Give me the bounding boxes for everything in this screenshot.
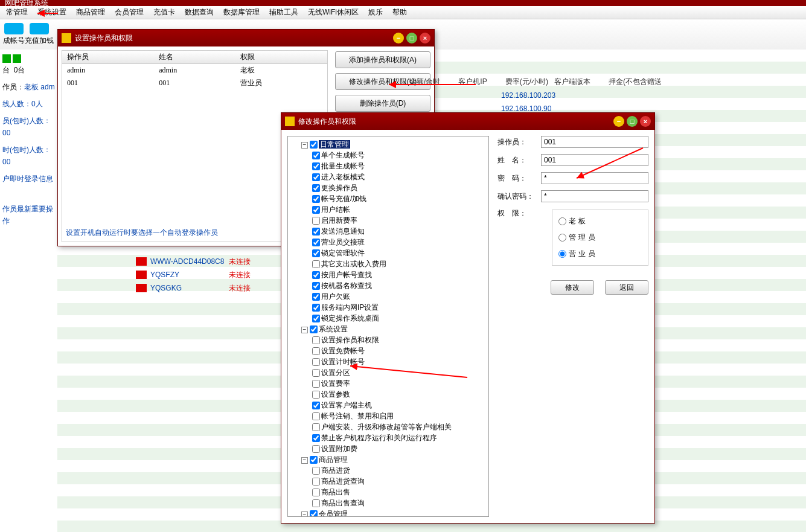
password-input[interactable] <box>541 172 648 184</box>
perm-label: 帐号注销、禁用和启用 <box>321 412 394 420</box>
perm-checkbox[interactable] <box>312 304 320 312</box>
toolbar-btn-0[interactable]: 成帐号 <box>2 23 25 46</box>
perm-label: 设置操作员和权限 <box>321 336 379 344</box>
perm-label: 设置免费帐号 <box>321 347 365 355</box>
perm-checkbox[interactable] <box>312 271 320 279</box>
perm-checkbox[interactable] <box>312 380 320 388</box>
perm-checkbox[interactable] <box>312 336 320 344</box>
minimize-icon[interactable]: − <box>393 33 404 43</box>
menu-item-wifi[interactable]: 无线WiFi休闲区 <box>303 6 363 19</box>
back-button[interactable]: 返回 <box>605 280 648 295</box>
table-row[interactable]: 001001营业员 <box>62 77 327 89</box>
name-input[interactable] <box>541 154 648 166</box>
perm-checkbox[interactable] <box>312 402 320 409</box>
login-info: 户即时登录信息 <box>2 173 55 185</box>
perm-checkbox[interactable] <box>312 184 320 192</box>
menu-item-card[interactable]: 充值卡 <box>149 6 180 19</box>
perm-checkbox[interactable] <box>312 239 320 246</box>
perm-checkbox[interactable] <box>312 358 320 366</box>
menu-item-query[interactable]: 数据查询 <box>180 6 219 19</box>
perm-label: 商品进货 <box>321 466 350 475</box>
collapse-icon[interactable]: − <box>301 457 308 464</box>
table-row[interactable]: adminadmin老板 <box>62 64 327 77</box>
perm-label: 设置计时帐号 <box>321 357 365 366</box>
perm-group-checkbox[interactable] <box>310 325 318 333</box>
password-confirm-input[interactable] <box>541 190 648 202</box>
dialog-title[interactable]: 设置操作员和权限 − □ × <box>58 30 434 46</box>
perm-group-label: 系统设置 <box>319 325 348 333</box>
perm-checkbox[interactable] <box>312 195 320 203</box>
name-label: 姓 名： <box>497 155 541 165</box>
perm-checkbox[interactable] <box>312 369 320 377</box>
op-log: 作员最新重要操作 <box>2 203 55 227</box>
perm-checkbox[interactable] <box>312 228 320 236</box>
minimize-icon[interactable]: − <box>613 116 624 127</box>
op-label: 作员： <box>2 83 24 91</box>
menu-item-goods[interactable]: 商品管理 <box>71 6 110 19</box>
toolbar-btn-1[interactable]: 充值加钱 <box>28 23 51 46</box>
menu-item-tools[interactable]: 辅助工具 <box>264 6 303 19</box>
collapse-icon[interactable]: − <box>301 142 308 149</box>
role-boss-radio[interactable]: 老板 <box>558 216 602 226</box>
col-rate: 费率(元/小时) <box>505 77 554 89</box>
collapse-icon[interactable]: − <box>301 511 308 518</box>
perm-label: 进入老板模式 <box>321 173 365 181</box>
add-operator-button[interactable]: 添加操作员和权限(A) <box>335 51 430 68</box>
perm-checkbox[interactable] <box>312 423 320 431</box>
menu-item-system[interactable]: 系统设置 <box>33 6 71 19</box>
perm-label: 帐号充值/加钱 <box>321 194 366 203</box>
dialog-title[interactable]: 修改操作员和权限 − □ × <box>281 113 654 130</box>
perm-checkbox[interactable] <box>312 412 320 420</box>
perm-group-checkbox[interactable] <box>310 456 318 464</box>
ip-column: 192.168.100.203 192.168.100.90 <box>501 89 555 115</box>
role-admin-radio[interactable]: 管理员 <box>558 232 602 243</box>
perm-checkbox[interactable] <box>312 282 320 290</box>
menu-item-ent[interactable]: 娱乐 <box>363 6 388 19</box>
perm-group-label: 日常管理 <box>319 140 350 149</box>
delete-operator-button[interactable]: 删除操作员(D) <box>335 95 430 112</box>
pwd2-label: 确认密码： <box>497 191 541 202</box>
perm-checkbox[interactable] <box>312 347 320 355</box>
perm-label: 商品出售查询 <box>321 499 365 507</box>
perm-checkbox[interactable] <box>312 499 320 507</box>
host-name: YQSGKG <box>150 284 229 292</box>
perm-label: 锁定操作系统桌面 <box>321 314 379 322</box>
perm-checkbox[interactable] <box>312 293 320 301</box>
perm-label: 批量生成帐号 <box>321 162 365 170</box>
perm-checkbox[interactable] <box>312 489 320 496</box>
operator-link[interactable]: 老板 <box>24 83 39 91</box>
perm-checkbox[interactable] <box>312 152 320 159</box>
menubar: 常管理 系统设置 商品管理 会员管理 充值卡 数据查询 数据库管理 辅助工具 无… <box>0 6 806 19</box>
perm-label: 锁定管理软件 <box>321 249 365 257</box>
col-balance: 金额/余时 <box>409 77 458 89</box>
perm-checkbox[interactable] <box>312 206 320 214</box>
menu-item-db[interactable]: 数据库管理 <box>219 6 264 19</box>
perm-checkbox[interactable] <box>312 249 320 257</box>
menu-item-member[interactable]: 会员管理 <box>110 6 149 19</box>
collapse-icon[interactable]: − <box>301 327 308 333</box>
role-clerk-radio[interactable]: 营业员 <box>558 249 602 259</box>
perm-checkbox[interactable] <box>312 315 320 322</box>
maximize-icon[interactable]: □ <box>627 116 638 127</box>
permission-tree[interactable]: −日常管理单个生成帐号批量生成帐号进入老板模式更换操作员帐号充值/加钱用户结帐启… <box>287 136 489 517</box>
operator-input[interactable] <box>541 136 648 148</box>
perm-checkbox[interactable] <box>312 217 320 225</box>
perm-label: 商品进货查询 <box>321 477 365 486</box>
perm-checkbox[interactable] <box>312 162 320 170</box>
menu-item-daily[interactable]: 常管理 <box>1 6 33 19</box>
perm-group-checkbox[interactable] <box>310 510 318 517</box>
maximize-icon[interactable]: □ <box>406 33 417 43</box>
perm-group-checkbox[interactable] <box>310 141 318 149</box>
perm-checkbox[interactable] <box>312 467 320 475</box>
perm-checkbox[interactable] <box>312 173 320 181</box>
perm-checkbox[interactable] <box>312 478 320 486</box>
perm-checkbox[interactable] <box>312 391 320 399</box>
perm-checkbox[interactable] <box>312 434 320 442</box>
close-icon[interactable]: × <box>640 116 651 127</box>
menu-item-help[interactable]: 帮助 <box>388 6 412 19</box>
perm-label: 设置参数 <box>321 390 350 399</box>
perm-checkbox[interactable] <box>312 260 320 268</box>
save-button[interactable]: 修改 <box>551 280 594 295</box>
perm-checkbox[interactable] <box>312 445 320 453</box>
close-icon[interactable]: × <box>420 33 430 43</box>
